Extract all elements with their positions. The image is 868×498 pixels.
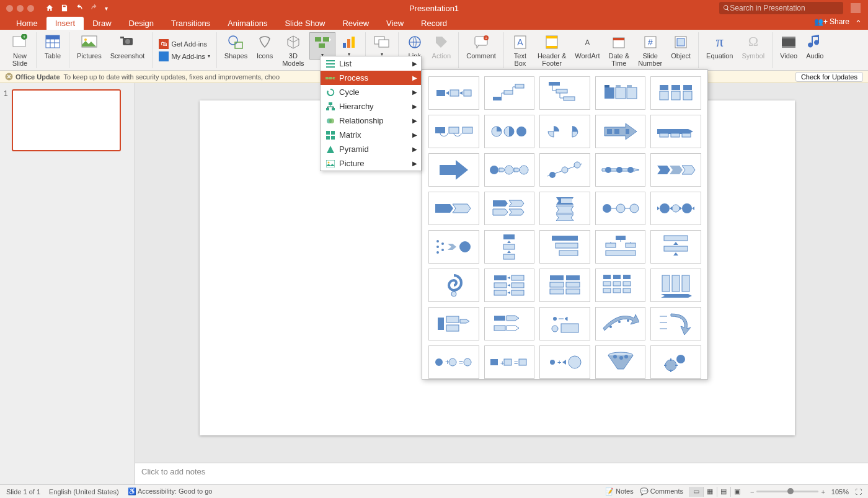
qat-customize-icon[interactable]: ▾ (105, 5, 108, 12)
chart-button[interactable]: ▾ (337, 32, 361, 59)
zoom-out-icon[interactable]: − (750, 488, 754, 496)
process-option-connected-circles[interactable] (595, 192, 646, 225)
process-option-hierarchy-flow[interactable] (595, 230, 646, 264)
process-option-solid-arrow[interactable] (428, 153, 479, 187)
fit-to-window-icon[interactable]: ⛶ (855, 488, 862, 496)
process-option-equation-boxes[interactable]: += (484, 345, 535, 379)
redo-icon[interactable] (90, 4, 99, 12)
comments-toggle[interactable]: 💬 Comments (640, 487, 683, 496)
process-option-curved-arrow[interactable] (595, 307, 646, 340)
datetime-button[interactable]: Date & Time (605, 32, 634, 68)
collapse-ribbon-icon[interactable]: ⌃ (855, 19, 862, 28)
slide-thumbnail-1[interactable] (12, 89, 121, 151)
process-option-vertical-flow[interactable] (484, 230, 535, 264)
tab-transitions[interactable]: Transitions (162, 17, 219, 30)
tab-review[interactable]: Review (334, 17, 378, 30)
process-option-split-arrow[interactable] (484, 307, 535, 340)
view-sorter-icon[interactable]: ▦ (703, 487, 717, 497)
process-option-detailed-flow[interactable] (539, 269, 590, 302)
tab-view[interactable]: View (378, 17, 412, 30)
notes-pane[interactable]: Click to add notes (135, 463, 868, 484)
view-slideshow-icon[interactable]: ▣ (730, 487, 744, 497)
undo-icon[interactable] (75, 4, 84, 12)
process-option-down-arrow[interactable] (650, 307, 701, 340)
search-input[interactable] (730, 4, 839, 12)
wordart-button[interactable]: AWordArt (571, 32, 603, 61)
process-option-circle-to-box[interactable] (539, 307, 590, 340)
process-option-funnel[interactable] (595, 345, 646, 379)
process-option-tabs[interactable] (595, 76, 646, 110)
view-reading-icon[interactable]: ▤ (717, 487, 730, 497)
process-option-multi-flow[interactable] (595, 269, 646, 302)
presenter-icon[interactable] (851, 3, 861, 13)
process-option-step-down[interactable] (539, 76, 590, 110)
process-option-timeline[interactable] (595, 153, 646, 187)
close-update-icon[interactable] (5, 73, 13, 81)
process-option-circle-arrow[interactable] (484, 153, 535, 187)
new-slide-button[interactable]: + New Slide (7, 32, 32, 68)
tab-home[interactable]: Home (7, 17, 46, 30)
zoom-dot-icon[interactable] (27, 5, 34, 12)
process-option-gear[interactable] (650, 345, 701, 379)
process-option-vertical-arrows[interactable] (650, 230, 701, 264)
process-option-chevron[interactable] (650, 153, 701, 187)
notes-toggle[interactable]: 📝 Notes (605, 487, 634, 496)
menu-item-relationship[interactable]: Relationship▶ (321, 113, 421, 128)
minimize-dot-icon[interactable] (17, 5, 24, 12)
process-option-columns-arrow[interactable] (650, 269, 701, 302)
status-accessibility[interactable]: ♿ Accessibility: Good to go (128, 487, 213, 496)
smartart-process-gallery[interactable]: += += + (422, 69, 708, 380)
icons-button[interactable]: Icons (252, 32, 277, 61)
audio-button[interactable]: Audio (802, 32, 827, 61)
menu-item-hierarchy[interactable]: Hierarchy▶ (321, 99, 421, 113)
tab-insert[interactable]: Insert (46, 17, 84, 30)
status-language[interactable]: English (United States) (49, 488, 119, 496)
process-option-opposing-arrows[interactable] (650, 192, 701, 225)
3d-models-button[interactable]: 3D Models (278, 32, 308, 68)
tab-record[interactable]: Record (412, 17, 456, 30)
pictures-button[interactable]: Pictures (73, 32, 105, 61)
process-option-subtext[interactable] (650, 76, 701, 110)
get-addins-button[interactable]: 🛍Get Add-ins (159, 39, 210, 49)
process-option-step-up[interactable] (484, 76, 535, 110)
check-updates-button[interactable]: Check for Updates (795, 72, 863, 82)
process-option-big-arrow[interactable] (595, 115, 646, 148)
home-icon[interactable] (45, 4, 54, 12)
header-footer-button[interactable]: Header & Footer (534, 32, 570, 68)
menu-item-process[interactable]: Process▶ (321, 71, 421, 85)
zoom-in-icon[interactable]: + (821, 488, 825, 496)
process-option-accent-circles[interactable] (539, 153, 590, 187)
process-option-equation[interactable]: += (428, 345, 479, 379)
share-button[interactable]: 👥+Share (814, 17, 849, 26)
window-controls[interactable] (0, 5, 40, 12)
table-button[interactable]: Table (40, 32, 65, 61)
process-option-staggered[interactable] (539, 230, 590, 264)
menu-item-cycle[interactable]: Cycle▶ (321, 85, 421, 99)
comment-button[interactable]: + Comment (463, 32, 500, 61)
view-normal-icon[interactable]: ▭ (689, 487, 703, 497)
menu-item-list[interactable]: List▶ (321, 56, 421, 71)
tab-draw[interactable]: Draw (84, 17, 120, 30)
process-option-continuous-arrow[interactable] (650, 115, 701, 148)
zoom-level[interactable]: 105% (831, 488, 849, 496)
process-option-closed-chevron[interactable] (484, 192, 535, 225)
process-option-swirl[interactable] (428, 269, 479, 302)
close-dot-icon[interactable] (6, 5, 13, 12)
save-icon[interactable] (60, 4, 69, 12)
zoom-button[interactable]: ▾ (370, 32, 394, 59)
video-button[interactable]: Video (776, 32, 801, 61)
process-option-chevron-text[interactable] (428, 192, 479, 225)
zoom-slider[interactable]: − + (750, 488, 825, 496)
textbox-button[interactable]: AText Box (508, 32, 533, 68)
object-button[interactable]: Object (667, 32, 694, 61)
process-option-vertical-chevron[interactable] (539, 192, 590, 225)
shapes-button[interactable]: Shapes (221, 32, 251, 61)
process-option-alt-flow[interactable] (428, 115, 479, 148)
my-addins-button[interactable]: My Add-ins▾ (159, 51, 210, 61)
process-option-grid-flow[interactable] (484, 269, 535, 302)
process-option-funnel-circle[interactable]: + (539, 345, 590, 379)
tab-design[interactable]: Design (120, 17, 162, 30)
process-option-sidebar[interactable] (428, 307, 479, 340)
slidenumber-button[interactable]: #Slide Number (634, 32, 666, 68)
menu-item-picture[interactable]: Picture▶ (321, 156, 421, 171)
